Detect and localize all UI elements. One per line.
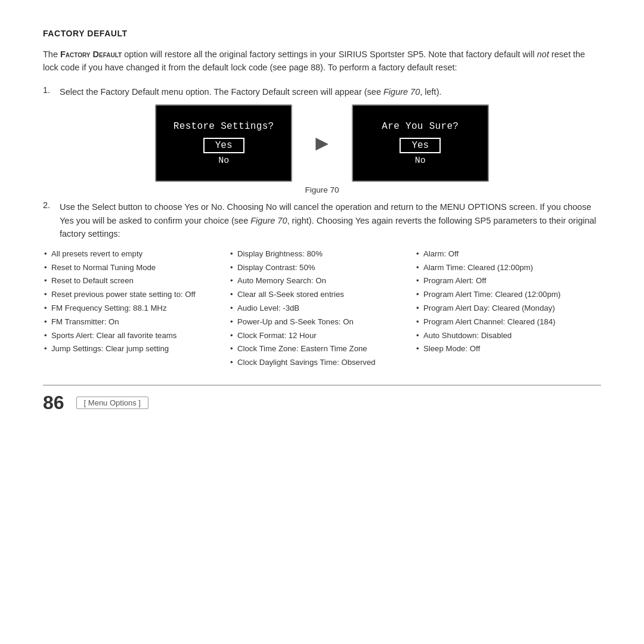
figures-row: Restore Settings? Yes No ► Are You Sure?… [43,104,601,182]
list-item: Clock Daylight Savings Time: Observed [229,357,411,369]
list-item: Auto Memory Search: On [229,275,411,287]
yes-smallcaps: Yes [184,202,199,212]
step1-block: 1. Select the Factory Default menu optio… [43,85,601,98]
list-item: Reset previous power state setting to: O… [43,289,225,301]
list-item: Sleep Mode: Off [415,343,597,355]
list-item: Clock Format: 12 Hour [229,330,411,342]
factory-default-smallcaps2: Factory Default [231,87,289,97]
figure-left-no: No [218,156,229,166]
list-item: Reset to Normal Tuning Mode [43,262,225,274]
list-item: Clear all S-Seek stored entries [229,289,411,301]
footer-bar: 86 [ Menu Options ] [43,385,601,414]
list-item: Program Alert: Off [415,275,597,287]
list-item: FM Frequency Setting: 88.1 MHz [43,302,225,314]
yes-smallcaps2: Yes [60,216,74,225]
step2-num: 2. [43,200,60,240]
factory-default-smallcaps: Factory Default [60,49,122,59]
figure-left-title: Restore Settings? [174,121,274,132]
list-item: FM Transmitter: On [43,316,225,328]
list-item: All presets revert to empty [43,248,225,260]
figure-caption: Figure 70 [43,185,601,194]
figure-right-yes: Yes [400,138,441,153]
list-item: Reset to Default screen [43,275,225,287]
page: FACTORY DEFAULT The Factory Default opti… [0,0,644,644]
arrow-icon: ► [311,131,333,156]
figure-left-yes: Yes [203,138,244,153]
step2-text: Use the Select button to choose Yes or N… [60,200,601,240]
list-item: Audio Level: -3dB [229,302,411,314]
footer-label: [ Menu Options ] [76,397,148,409]
column-3: Alarm: Off Alarm Time: Cleared (12:00pm)… [415,248,601,370]
list-item: Jump Settings: Clear jump setting [43,343,225,355]
section-title: FACTORY DEFAULT [43,29,601,38]
col3-list: Alarm: Off Alarm Time: Cleared (12:00pm)… [415,248,597,355]
list-item: Display Contrast: 50% [229,262,411,274]
list-item: Display Brightness: 80% [229,248,411,260]
step1-text: Select the Factory Default menu option. … [60,85,442,98]
list-item: Program Alert Day: Cleared (Monday) [415,302,597,314]
column-2: Display Brightness: 80% Display Contrast… [229,248,415,370]
list-item: Program Alert Channel: Cleared (184) [415,316,597,328]
col1-list: All presets revert to empty Reset to Nor… [43,248,225,355]
figure-right-no: No [415,156,426,166]
step2-block: 2. Use the Select button to choose Yes o… [43,200,601,240]
list-item: Power-Up and S-Seek Tones: On [229,316,411,328]
no-smallcaps2: No [266,202,277,212]
figure-right-screen: Are You Sure? Yes No [352,104,489,182]
figure-left-screen: Restore Settings? Yes No [155,104,292,182]
figure-right-title: Are You Sure? [382,121,459,132]
yes-smallcaps3: Yes [355,216,370,225]
list-item: Program Alert Time: Cleared (12:00pm) [415,289,597,301]
list-item: Alarm: Off [415,248,597,260]
page-number: 86 [43,392,64,414]
column-1: All presets revert to empty Reset to Nor… [43,248,229,370]
col2-list: Display Brightness: 80% Display Contrast… [229,248,411,369]
step1-num: 1. [43,85,60,98]
list-item: Auto Shutdown: Disabled [415,330,597,342]
intro-paragraph: The Factory Default option will restore … [43,48,601,75]
list-item: Clock Time Zone: Eastern Time Zone [229,343,411,355]
list-item: Alarm Time: Cleared (12:00pm) [415,262,597,274]
columns-container: All presets revert to empty Reset to Nor… [43,248,601,370]
list-item: Sports Alert: Clear all favorite teams [43,330,225,342]
no-smallcaps: No [211,202,222,212]
